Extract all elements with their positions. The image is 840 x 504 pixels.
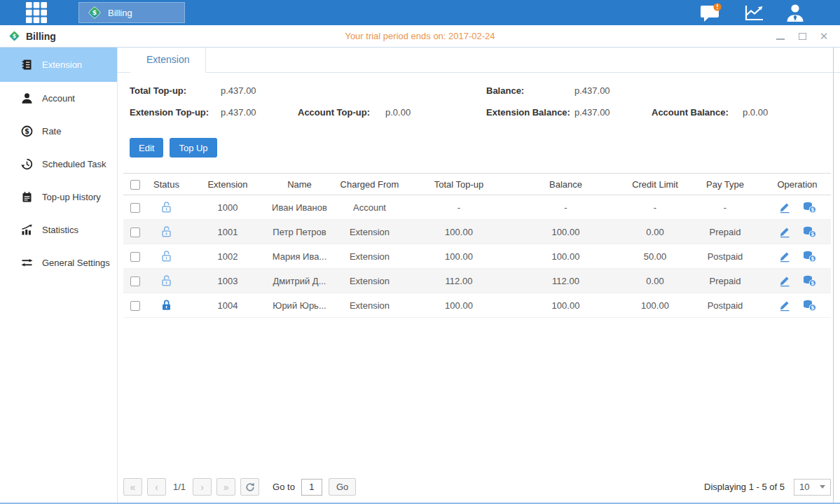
billing-app-tab[interactable]: $ Billing [78,2,185,23]
col-extension: Extension [186,174,270,195]
cell-name: Петр Петров [270,220,329,244]
status-locked-icon[interactable] [161,299,172,312]
svg-text:$: $ [13,33,16,39]
refresh-button[interactable] [240,478,259,496]
notifications-button[interactable]: ! [700,3,722,22]
sidebar-item-rate[interactable]: $ Rate [0,115,117,148]
account-topup-value: p.0.00 [385,107,411,118]
close-button[interactable]: ✕ [819,31,829,41]
svg-text:$: $ [811,206,814,213]
sidebar-item-scheduled-task[interactable]: Scheduled Task [0,148,117,181]
goto-page-input[interactable] [301,479,322,496]
go-button[interactable]: Go [329,478,356,496]
sidebar-item-label: Account [42,93,75,104]
cell-name: Дмитрий Д... [270,269,329,293]
sidebar-item-account[interactable]: Account [0,82,117,115]
cell-name: Юрий Юрь... [270,293,329,318]
edit-icon[interactable] [779,251,791,262]
top-up-icon[interactable]: $ [803,226,816,238]
row-checkbox[interactable] [130,203,140,213]
top-up-icon[interactable]: $ [803,202,816,214]
minimize-button[interactable] [776,31,785,41]
top-up-icon[interactable]: $ [803,300,816,312]
sidebar-item-topup-history[interactable]: Top-up History [0,181,117,214]
row-checkbox[interactable] [130,276,140,286]
last-page-button[interactable]: » [216,478,235,496]
svg-text:$: $ [92,8,97,16]
top-up-icon[interactable]: $ [803,275,816,287]
top-up-icon[interactable]: $ [803,251,816,262]
extension-balance-value: p.437.00 [574,107,610,118]
col-total-topup: Total Top-up [410,174,508,195]
cell-total-topup: 100.00 [410,244,508,269]
cell-credit-limit: 0.00 [624,269,687,293]
select-all-checkbox[interactable] [130,180,140,190]
col-credit-limit: Credit Limit [624,174,687,195]
row-checkbox[interactable] [130,252,140,262]
cell-extension: 1000 [186,195,270,220]
edit-icon[interactable] [779,275,791,287]
app-grid-menu-button[interactable] [24,2,49,23]
main-content: Extension Total Top-up: p.437.00 Balance… [118,48,840,503]
sidebar: Extension Account $ Rate [0,48,118,503]
row-checkbox[interactable] [130,301,140,311]
dollar-circle-icon: $ [21,125,33,137]
cell-balance: 112.00 [508,269,624,293]
reports-button[interactable] [743,4,764,22]
cell-extension: 1003 [186,269,270,293]
line-chart-icon [743,4,764,22]
pagination-bar: « ‹ 1/1 › » Go to Go Displaying 1 - 5 of… [123,478,831,496]
window-title-bar: $ Billing Your trial period ends on: 201… [0,25,840,48]
billing-window: $ Billing ! [0,0,840,504]
status-unlocked-icon[interactable] [161,201,172,214]
edit-icon[interactable] [779,202,791,214]
goto-label: Go to [273,482,295,492]
user-account-button[interactable] [785,4,805,22]
page-indicator: 1/1 [173,482,186,492]
extension-topup-value: p.437.00 [221,107,256,118]
sidebar-item-extension[interactable]: Extension [0,48,117,82]
col-pay-type: Pay Type [687,174,764,195]
history-clock-icon [21,158,33,170]
page-size-value: 10 [799,482,809,492]
sidebar-item-statistics[interactable]: Statistics [0,214,117,246]
action-buttons: Edit Top Up [130,138,840,158]
row-checkbox[interactable] [130,227,140,237]
cell-pay-type: Prepaid [687,220,764,244]
minimize-icon [776,38,785,40]
status-unlocked-icon[interactable] [161,225,172,238]
cell-balance: - [508,195,624,220]
maximize-button[interactable] [797,31,807,41]
account-topup-label: Account Top-up: [298,107,370,118]
edit-button[interactable]: Edit [130,138,163,158]
edit-icon[interactable] [779,300,791,312]
col-operation: Operation [764,174,831,195]
window-controls: ✕ [776,31,840,41]
first-page-button[interactable]: « [123,478,142,496]
next-page-button[interactable]: › [193,478,212,496]
cell-credit-limit: 100.00 [624,293,687,318]
chat-bubble-icon: ! [700,3,722,22]
status-unlocked-icon[interactable] [161,250,172,262]
page-size-select[interactable]: 10 [794,479,831,496]
cell-credit-limit: 50.00 [624,244,687,269]
cell-extension: 1004 [186,293,270,318]
prev-page-button[interactable]: ‹ [147,478,166,496]
top-up-button[interactable]: Top Up [170,138,216,158]
edit-icon[interactable] [779,226,791,238]
cell-name: Мария Ива... [270,244,329,269]
cell-charged-from: Extension [329,244,410,269]
cell-total-topup: 112.00 [410,269,508,293]
window-title-text: Billing [26,31,56,42]
account-balance-value: p.0.00 [743,107,768,118]
chevron-down-icon [820,485,825,489]
tab-extension[interactable]: Extension [130,48,206,73]
account-balance-label: Account Balance: [652,107,729,118]
sidebar-item-general-settings[interactable]: General Settings [0,246,117,279]
sidebar-item-label: Rate [42,126,61,136]
sidebar-item-label: Scheduled Task [42,159,106,169]
status-unlocked-icon[interactable] [161,274,172,287]
col-balance: Balance [508,174,624,195]
cell-pay-type: Postpaid [687,293,764,318]
cell-name: Иван Иванов [270,195,329,220]
